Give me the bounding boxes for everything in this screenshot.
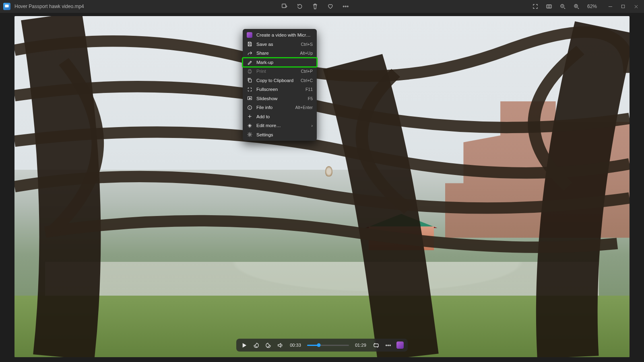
menu-item-settings[interactable]: Settings [243, 130, 317, 140]
duration-time: 01:29 [354, 343, 367, 348]
menu-item-label: Create a video with Microsoft Clipchamp [256, 33, 313, 37]
edit-image-icon[interactable] [281, 2, 289, 10]
current-time: 00:33 [289, 343, 302, 348]
print-icon [247, 68, 252, 74]
svg-point-17 [388, 345, 388, 346]
settings-icon [247, 132, 252, 138]
menu-item-fullscreen[interactable]: FullscreenF11 [243, 85, 317, 94]
rotate-icon[interactable] [296, 2, 304, 10]
delete-icon[interactable] [311, 2, 319, 10]
svg-point-1 [6, 6, 7, 6]
menu-item-label: Add to [256, 114, 313, 119]
maximize-button[interactable] [617, 0, 630, 13]
edit-icon [247, 123, 252, 128]
video-still [14, 16, 630, 357]
viewport: Create a video with Microsoft ClipchampS… [0, 13, 644, 362]
seek-thumb[interactable] [317, 343, 321, 347]
menu-item-shortcut: F5 [308, 96, 313, 101]
menu-item-add[interactable]: Add to [243, 112, 317, 121]
info-icon [247, 105, 252, 110]
photos-video-viewer: Hover Passport hawk video.mp4 62% [0, 0, 644, 362]
zoom-in-icon[interactable] [572, 2, 580, 10]
playback-more-button[interactable] [384, 341, 392, 349]
more-icon[interactable] [342, 2, 350, 10]
window-controls [604, 0, 642, 13]
video-frame[interactable] [14, 16, 630, 357]
menu-item-shortcut: Alt+Enter [295, 105, 313, 110]
save-icon [247, 41, 252, 47]
chevron-right-icon: › [311, 123, 313, 128]
menu-item-shortcut: Ctrl+S [301, 42, 313, 47]
menu-item-label: File info [256, 105, 291, 110]
share-icon [247, 50, 252, 56]
menu-item-clipchamp[interactable]: Create a video with Microsoft Clipchamp [243, 31, 317, 40]
menu-item-shortcut: Ctrl+C [301, 78, 313, 83]
markup-icon [247, 60, 252, 65]
svg-point-4 [345, 6, 347, 7]
title-bar: Hover Passport hawk video.mp4 62% [0, 0, 644, 13]
skip-forward-button[interactable] [264, 341, 272, 349]
menu-item-copy[interactable]: Copy to ClipboardCtrl+C [243, 76, 317, 85]
svg-point-16 [386, 345, 386, 346]
menu-item-label: Fullscreen [256, 87, 301, 92]
volume-button[interactable] [277, 341, 284, 349]
skip-back-button[interactable] [252, 341, 260, 349]
minimize-button[interactable] [604, 0, 617, 13]
menu-item-info[interactable]: File infoAlt+Enter [243, 103, 317, 112]
title-left: Hover Passport hawk video.mp4 [0, 3, 84, 10]
svg-point-14 [249, 134, 250, 136]
menu-item-save[interactable]: Save asCtrl+S [243, 40, 317, 49]
svg-point-5 [347, 6, 349, 7]
favorite-icon[interactable] [326, 2, 334, 10]
title-right: 62% [531, 0, 644, 13]
svg-rect-9 [621, 5, 624, 8]
svg-rect-2 [282, 4, 286, 8]
svg-point-18 [389, 345, 390, 346]
zoom-level: 62% [586, 4, 598, 9]
svg-rect-6 [547, 5, 551, 8]
photos-app-icon [3, 3, 10, 10]
menu-item-label: Share [256, 51, 296, 56]
fullscreen-toggle-icon[interactable] [531, 2, 539, 10]
title-center-actions [281, 2, 350, 10]
seek-bar[interactable] [307, 345, 349, 346]
more-menu: Create a video with Microsoft ClipchampS… [243, 29, 317, 141]
copy-icon [247, 78, 252, 83]
menu-item-markup[interactable]: Mark-up [243, 58, 317, 67]
add-icon [247, 114, 252, 119]
filmstrip-icon[interactable] [545, 2, 553, 10]
menu-item-label: Mark-up [256, 60, 313, 65]
menu-item-label: Save as [256, 42, 297, 47]
loop-button[interactable] [372, 341, 380, 349]
svg-rect-15 [374, 343, 378, 347]
clipchamp-shortcut-icon[interactable] [396, 341, 404, 349]
menu-item-label: Settings [256, 132, 313, 137]
svg-point-3 [343, 6, 345, 7]
svg-rect-11 [249, 79, 252, 82]
fullscreen-icon [247, 86, 252, 92]
menu-item-print: PrintCtrl+P [243, 67, 317, 76]
menu-item-shortcut: F11 [305, 87, 313, 92]
play-button[interactable] [240, 341, 248, 349]
menu-item-share[interactable]: ShareAlt+Up [243, 49, 317, 58]
svg-rect-10 [248, 71, 251, 72]
menu-item-shortcut: Alt+Up [300, 51, 313, 56]
menu-item-label: Copy to Clipboard [256, 78, 297, 83]
menu-item-edit[interactable]: Edit more…› [243, 121, 317, 130]
menu-item-label: Edit more… [256, 123, 307, 128]
zoom-out-icon[interactable] [559, 2, 567, 10]
menu-item-label: Print [256, 69, 297, 74]
menu-item-slideshow[interactable]: SlideshowF5 [243, 94, 317, 103]
menu-item-label: Slideshow [256, 96, 304, 101]
slideshow-icon [247, 96, 252, 101]
playback-controls: 00:33 01:29 [236, 339, 408, 352]
menu-item-shortcut: Ctrl+P [301, 69, 313, 74]
file-name: Hover Passport hawk video.mp4 [14, 4, 84, 9]
close-button[interactable] [630, 0, 642, 13]
